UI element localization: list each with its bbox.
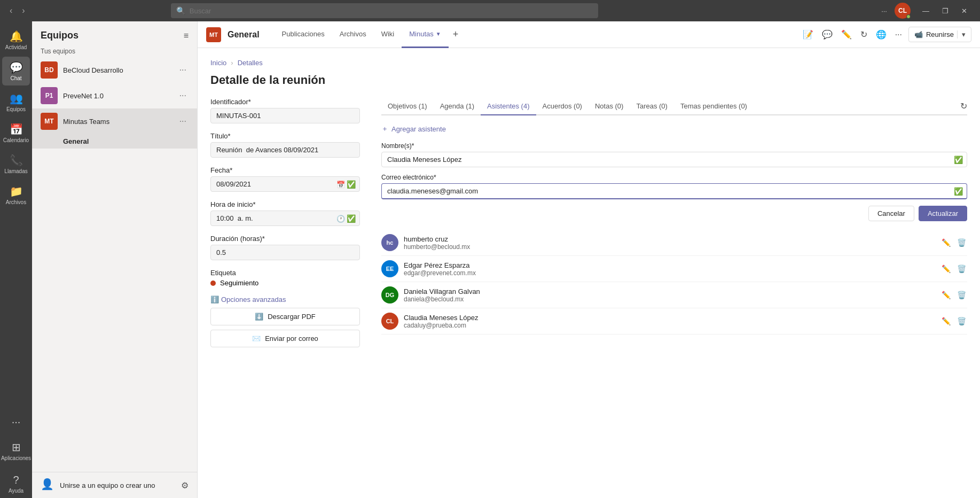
input-correo-asistente[interactable] <box>381 183 967 199</box>
etiqueta-row: Seguimiento <box>210 279 360 287</box>
nav-forward-button[interactable]: › <box>19 5 28 17</box>
channel-tabs: Publicaciones Archivos Wiki Minutas ▼ + <box>275 21 463 48</box>
tab-notas[interactable]: Notas (0) <box>589 98 630 115</box>
breadcrumb-inicio[interactable]: Inicio <box>210 59 226 67</box>
team-more-minutas[interactable]: ··· <box>177 115 189 127</box>
breadcrumb-detalles[interactable]: Detalles <box>238 59 263 67</box>
more-options-button[interactable]: ··· <box>878 6 890 16</box>
tab-publicaciones[interactable]: Publicaciones <box>275 21 332 48</box>
attendee-info-edgar: Edgar Pérez Esparza edgar@prevenet.com.m… <box>404 261 935 277</box>
descargar-pdf-button[interactable]: ⬇️ Descargar PDF <box>210 308 360 325</box>
attendee-info-humberto: humberto cruz humberto@becloud.mx <box>404 235 935 251</box>
sidebar-item-apps[interactable]: ⊞ Aplicaciones <box>2 437 30 465</box>
sidebar-item-more[interactable]: ··· <box>2 411 30 432</box>
teams-panel-footer: 👤 Unirse a un equipo o crear uno ⚙ <box>32 472 197 498</box>
filter-icon[interactable]: ≡ <box>184 31 189 41</box>
form-left: Identificador* Título* Fecha* 📅 <box>210 98 360 347</box>
reunirse-button[interactable]: 📹 Reunirse ▾ <box>908 27 971 42</box>
title-bar: ‹ › 🔍 ··· CL — ❐ ✕ <box>0 0 980 21</box>
sidebar-item-archivos[interactable]: 📁 Archivos <box>2 181 30 209</box>
header-chat-icon[interactable]: 💬 <box>820 27 835 42</box>
edit-attendee-claudia[interactable]: ✏️ <box>940 316 952 326</box>
header-edit-icon[interactable]: ✏️ <box>839 27 854 42</box>
team-more-becloud[interactable]: ··· <box>177 64 189 76</box>
sidebar-item-actividad[interactable]: 🔔 Actividad <box>2 26 30 55</box>
team-name-prevenet: PreveNet 1.0 <box>63 92 172 100</box>
team-item-minutas[interactable]: MT Minutas Teams ··· <box>32 108 197 134</box>
form-group-hora: Hora de inicio* 🕐 ✅ <box>210 200 360 226</box>
attendee-email-claudia: cadaluy@prueba.com <box>404 322 935 329</box>
attendee-name-claudia: Claudia Meneses López <box>404 314 935 322</box>
tab-agenda[interactable]: Agenda (1) <box>434 98 481 115</box>
label-etiqueta: Etiqueta <box>210 269 360 277</box>
minimize-button[interactable]: — <box>916 5 936 17</box>
label-correo: Correo electrónico* <box>381 174 967 181</box>
delete-attendee-daniela[interactable]: 🗑️ <box>956 290 967 300</box>
tab-asistentes[interactable]: Asistentes (4) <box>481 98 536 115</box>
avatar[interactable]: CL <box>895 3 911 19</box>
search-bar[interactable]: 🔍 <box>171 3 598 18</box>
delete-attendee-humberto[interactable]: 🗑️ <box>956 237 967 248</box>
calls-icon: 📞 <box>10 154 23 167</box>
input-duracion[interactable] <box>210 245 360 260</box>
input-nombre-asistente[interactable] <box>381 152 967 167</box>
edit-attendee-humberto[interactable]: ✏️ <box>940 237 952 248</box>
team-more-prevenet[interactable]: ··· <box>177 90 189 102</box>
header-refresh-icon[interactable]: ↻ <box>858 27 869 42</box>
settings-icon[interactable]: ⚙ <box>181 480 189 491</box>
opciones-avanzadas-label: Opciones avanzadas <box>221 295 286 304</box>
tab-archivos[interactable]: Archivos <box>332 21 374 48</box>
input-titulo[interactable] <box>210 142 360 158</box>
header-globe-icon[interactable]: 🌐 <box>874 27 889 42</box>
sidebar-item-llamadas[interactable]: 📞 Llamadas <box>2 150 30 178</box>
update-button[interactable]: Actualizar <box>919 206 967 221</box>
form-group-fecha: Fecha* 📅 ✅ <box>210 166 360 192</box>
sidebar-item-help[interactable]: ? Ayuda <box>2 470 30 498</box>
tab-minutas[interactable]: Minutas ▼ <box>402 21 448 48</box>
delete-attendee-claudia[interactable]: 🗑️ <box>956 316 967 326</box>
nav-back-button[interactable]: ‹ <box>6 5 15 17</box>
calendar-icon: 📅 <box>10 123 23 136</box>
attendee-info-daniela: Daniela Villagran Galvan daniela@becloud… <box>404 287 935 303</box>
edit-attendee-edgar[interactable]: ✏️ <box>940 263 952 274</box>
enviar-correo-button[interactable]: ✉️ Enviar por correo <box>210 330 360 347</box>
apps-icon: ⊞ <box>12 441 21 454</box>
sidebar-item-equipos[interactable]: 👥 Equipos <box>2 88 30 116</box>
team-name-minutas: Minutas Teams <box>63 118 172 126</box>
correo-check-icon: ✅ <box>954 187 963 196</box>
attendee-row-daniela: DG Daniela Villagran Galvan daniela@becl… <box>381 282 967 308</box>
attendee-row-edgar: EE Edgar Pérez Esparza edgar@prevenet.co… <box>381 256 967 282</box>
add-tab-button[interactable]: + <box>449 21 463 48</box>
team-item-becloud[interactable]: BD BeCloud Desarrollo ··· <box>32 57 197 83</box>
team-item-prevenet[interactable]: P1 PreveNet 1.0 ··· <box>32 83 197 108</box>
input-identificador[interactable] <box>210 108 360 123</box>
add-assistant-row[interactable]: ＋ Agregar asistente <box>381 124 967 134</box>
header-more-icon[interactable]: ··· <box>893 28 904 42</box>
edit-attendee-daniela[interactable]: ✏️ <box>940 290 952 300</box>
files-icon: 📁 <box>10 185 23 198</box>
channel-item-general[interactable]: General <box>32 134 197 149</box>
reunirse-icon: 📹 <box>914 30 923 38</box>
form-group-etiqueta: Etiqueta Seguimiento <box>210 269 360 287</box>
maximize-button[interactable]: ❐ <box>936 5 955 17</box>
tab-objetivos[interactable]: Objetivos (1) <box>381 98 434 115</box>
close-button[interactable]: ✕ <box>955 5 974 17</box>
download-icon: ⬇️ <box>255 313 263 321</box>
opciones-avanzadas-link[interactable]: ℹ️ Opciones avanzadas <box>210 295 360 304</box>
tab-temas[interactable]: Temas pendientes (0) <box>674 98 754 115</box>
sidebar-item-calendario[interactable]: 📅 Calendario <box>2 119 30 147</box>
sidebar-item-chat[interactable]: 💬 Chat <box>2 57 30 85</box>
reunirse-label: Reunirse <box>926 30 954 38</box>
refresh-button[interactable]: ↻ <box>960 101 967 111</box>
search-input[interactable] <box>190 7 593 15</box>
attendee-avatar-claudia: CL <box>381 313 398 330</box>
cancel-button[interactable]: Cancelar <box>868 206 914 221</box>
assistant-form-nombre: Nombre(s)* ✅ <box>381 142 967 167</box>
header-note-icon[interactable]: 📝 <box>801 27 816 42</box>
join-team-text[interactable]: Unirse a un equipo o crear uno <box>60 481 177 489</box>
tab-tareas[interactable]: Tareas (0) <box>630 98 674 115</box>
tab-wiki[interactable]: Wiki <box>374 21 402 48</box>
tab-acuerdos[interactable]: Acuerdos (0) <box>536 98 589 115</box>
reunirse-dropdown-icon[interactable]: ▾ <box>957 30 966 38</box>
delete-attendee-edgar[interactable]: 🗑️ <box>956 263 967 274</box>
